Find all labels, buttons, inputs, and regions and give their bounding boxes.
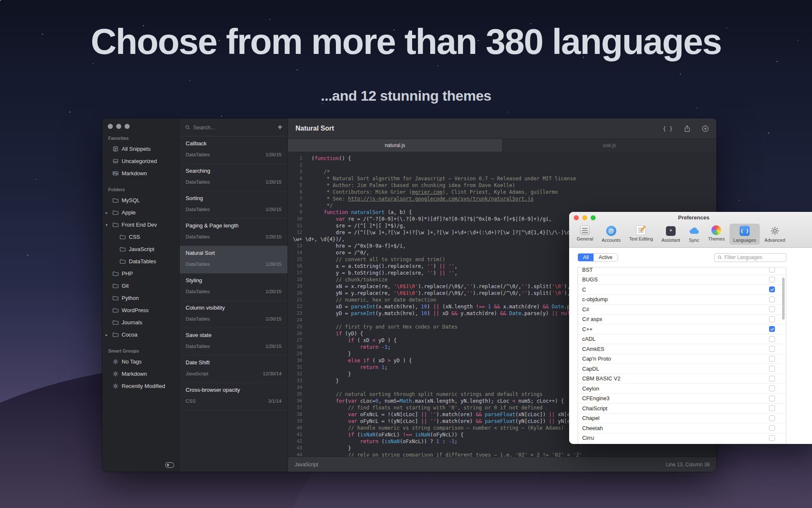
minimize-button[interactable]: [582, 215, 587, 220]
language-checkbox[interactable]: [769, 376, 775, 382]
languages-scrollbar[interactable]: [782, 267, 785, 444]
language-checkbox[interactable]: [769, 316, 775, 322]
sidebar-item-git[interactable]: Git: [102, 280, 179, 292]
sidebar-item-apple[interactable]: ▸Apple: [102, 206, 179, 219]
language-checkbox[interactable]: [769, 286, 775, 292]
language-checkbox[interactable]: [769, 356, 775, 362]
snippet-item-styling[interactable]: StylingDataTables1/26/15: [180, 273, 288, 301]
language-checkbox[interactable]: [769, 405, 775, 411]
snippet-item-save-state[interactable]: Save stateDataTables1/26/15: [180, 328, 288, 356]
filter-search-field[interactable]: Filter Languages: [714, 253, 786, 262]
language-row-bst[interactable]: BST: [578, 267, 786, 275]
snippet-item-natural-sort[interactable]: Natural SortDataTables1/26/15: [180, 246, 288, 273]
language-checkbox[interactable]: [769, 435, 775, 441]
sidebar-item-all-snippets[interactable]: All Snippets: [102, 143, 179, 155]
sidebar-item-front-end-dev[interactable]: ▾Front End Dev: [102, 219, 179, 231]
close-button[interactable]: [574, 215, 579, 220]
language-row-cirru[interactable]: Cirru: [578, 433, 786, 444]
language-row-cap-n-proto[interactable]: Cap'n Proto: [578, 354, 786, 364]
sidebar-item-label: DataTables: [129, 258, 156, 265]
zoom-button[interactable]: [125, 124, 130, 129]
prefs-tab-themes[interactable]: Themes: [704, 224, 729, 243]
sidebar-item-journals[interactable]: Journals: [102, 316, 179, 329]
snippet-item-searching[interactable]: SearchingDataTables1/26/15: [180, 164, 288, 191]
zoom-button[interactable]: [591, 215, 596, 220]
folder-icon: [112, 295, 119, 301]
snippet-item-sorting[interactable]: SortingDataTables1/26/15: [180, 191, 288, 219]
prefs-tab-text-editing[interactable]: Text Editing: [625, 224, 657, 243]
sidebar-toggle-icon[interactable]: [165, 462, 174, 468]
language-checkbox[interactable]: [769, 336, 775, 342]
language-row-camkes[interactable]: CAmkES: [578, 344, 786, 354]
scrollbar-thumb[interactable]: [782, 278, 785, 320]
filter-active-button[interactable]: Active: [594, 254, 618, 261]
language-row-cheetah[interactable]: Cheetah: [578, 423, 786, 433]
sidebar-item-no-tags[interactable]: No Tags: [102, 356, 179, 368]
language-row-chapel[interactable]: Chapel: [578, 414, 786, 424]
language-row-ceylon[interactable]: Ceylon: [578, 384, 786, 394]
language-row-c[interactable]: C++: [578, 324, 786, 334]
language-checkbox[interactable]: [769, 277, 775, 283]
folder-icon: [112, 283, 119, 289]
sidebar-item-css[interactable]: CSS: [102, 231, 179, 243]
prefs-tab-general[interactable]: General: [573, 224, 597, 243]
language-row-cfengine3[interactable]: CFEngine3: [578, 394, 786, 404]
line-number: 34: [288, 384, 302, 391]
prefs-tab-sync[interactable]: Sync: [685, 224, 703, 245]
prefs-tab-assistant[interactable]: *Assistant: [658, 224, 684, 245]
snippet-item-cross-browser-opacity[interactable]: Cross-browser opacityCSS3/1/14: [180, 383, 288, 410]
tab-use-js[interactable]: use.js: [503, 139, 717, 152]
language-row-c[interactable]: C: [578, 285, 786, 295]
snippet-item-paging-page-length[interactable]: Paging & Page lengthDataTables1/26/15: [180, 219, 288, 246]
snippet-item-date-shift[interactable]: Date ShiftJavaScript12/30/14: [180, 356, 288, 383]
add-fragment-icon[interactable]: [702, 125, 709, 132]
sidebar-item-uncategorized[interactable]: Uncategorized: [102, 155, 179, 167]
close-button[interactable]: [108, 124, 113, 129]
sidebar-item-recently-modified[interactable]: Recently Modified: [102, 380, 179, 392]
sidebar-item-javascript[interactable]: JavaScript: [102, 243, 179, 255]
disclosure-expanded-icon[interactable]: ▾: [106, 223, 108, 227]
sidebar-item-python[interactable]: Python: [102, 292, 179, 304]
tab-natural-js[interactable]: natural.js: [288, 139, 503, 152]
language-checkbox[interactable]: [769, 326, 775, 332]
language-row-chaiscript[interactable]: ChaiScript: [578, 404, 786, 414]
language-row-c-objdump[interactable]: c-objdump: [578, 295, 786, 305]
language-checkbox[interactable]: [769, 306, 775, 312]
language-status[interactable]: JavaScript: [295, 462, 318, 468]
language-checkbox[interactable]: [769, 346, 775, 352]
snippet-item-callback[interactable]: CallbackDataTables1/26/15: [180, 136, 288, 164]
language-checkbox[interactable]: [769, 385, 775, 391]
sidebar-item-mysql[interactable]: MySQL: [102, 194, 179, 206]
language-checkbox[interactable]: [769, 297, 775, 302]
prefs-tab-languages[interactable]: { }Languages: [729, 224, 760, 245]
sidebar-item-php[interactable]: PHP: [102, 267, 179, 280]
disclosure-collapsed-icon[interactable]: ▸: [106, 211, 108, 215]
prefs-tab-advanced[interactable]: Advanced: [761, 224, 789, 245]
search-input[interactable]: Search...: [193, 124, 215, 131]
language-row-bugs[interactable]: BUGS: [578, 275, 786, 285]
sidebar-item-wordpress[interactable]: WordPress: [102, 304, 179, 316]
sidebar-item-datatables[interactable]: DataTables: [102, 255, 179, 267]
sidebar-item-markdown[interactable]: Markdown: [102, 368, 179, 380]
language-row-cadl[interactable]: cADL: [578, 334, 786, 345]
braces-icon[interactable]: { }: [663, 126, 673, 132]
language-checkbox[interactable]: [769, 366, 775, 372]
add-snippet-button[interactable]: +: [277, 123, 282, 131]
language-checkbox[interactable]: [769, 396, 775, 401]
filter-languages-input[interactable]: Filter Languages: [724, 254, 762, 260]
disclosure-collapsed-icon[interactable]: ▸: [106, 333, 108, 337]
language-checkbox[interactable]: [769, 267, 775, 273]
share-icon[interactable]: [684, 125, 691, 132]
filter-all-button[interactable]: All: [578, 254, 594, 261]
language-row-cbm-basic-v2[interactable]: CBM BASIC V2: [578, 374, 786, 384]
sidebar-item-markdown[interactable]: Markdown: [102, 167, 179, 179]
snippet-item-column-visibility[interactable]: Column visibilityDataTables1/26/15: [180, 301, 288, 328]
sidebar-item-cocoa[interactable]: ▸Cocoa: [102, 329, 179, 341]
language-checkbox[interactable]: [769, 425, 775, 431]
language-row-c[interactable]: C#: [578, 305, 786, 315]
language-checkbox[interactable]: [769, 415, 775, 421]
minimize-button[interactable]: [116, 124, 121, 129]
prefs-tab-accounts[interactable]: @Accounts: [598, 224, 624, 245]
language-row-capdl[interactable]: CapDL: [578, 364, 786, 374]
language-row-c-aspx[interactable]: C# aspx: [578, 315, 786, 325]
